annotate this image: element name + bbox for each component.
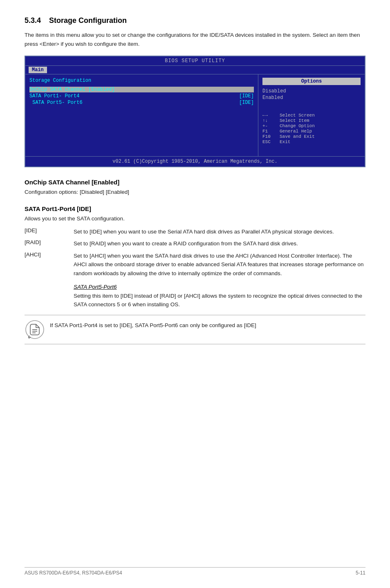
bios-legend: ←→ Select Screen ↑↓ Select Item +- Chang…	[262, 113, 361, 144]
legend-key-f10: F10	[262, 134, 277, 139]
legend-key-plusminus: +-	[262, 123, 277, 128]
def-raid-key: [RAID]	[25, 239, 74, 245]
legend-key-updown: ↑↓	[262, 118, 277, 123]
sata-port56-note: SATA Port5-Port6 Setting this item to [I…	[74, 284, 365, 309]
def-ahci-val: Set to [AHCI] when you want the SATA har…	[74, 251, 365, 278]
subsection-onchip-desc: Configuration options: [Disabled] [Enabl…	[25, 188, 365, 196]
warning-note-box: If SATA Port1-Port4 is set to [IDE], SAT…	[25, 315, 365, 344]
bios-item-onchip-value: [Enabled]	[88, 87, 115, 92]
section-heading: 5.3.4 Storage Configuration	[25, 16, 365, 25]
bios-options-title: Options	[262, 78, 361, 85]
legend-key-f1: F1	[262, 129, 277, 134]
subsection-port14-heading: SATA Port1-Port4 [IDE]	[25, 205, 365, 212]
definitions-table: [IDE] Set to [IDE] when you want to use …	[25, 227, 365, 278]
def-ide-val: Set to [IDE] when you want to use the Se…	[74, 227, 365, 236]
page-footer: ASUS RS700DA-E6/PS4, RS704DA-E6/PS4 5-11	[25, 567, 365, 576]
legend-key-arrows: ←→	[262, 113, 277, 118]
subsection-port14-desc: Allows you to set the SATA configuration…	[25, 215, 365, 223]
bios-footer: v02.61 (C)Copyright 1985-2010, American …	[25, 156, 365, 166]
bios-content: Storage Configuration OnChip SATA Channe…	[25, 74, 365, 156]
footer-right: 5-11	[356, 570, 365, 576]
bios-screenshot: BIOS SETUP UTILITY Main Storage Configur…	[25, 56, 365, 167]
legend-desc-exit: Exit	[280, 139, 290, 144]
footer-left: ASUS RS700DA-E6/PS4, RS704DA-E6/PS4	[25, 570, 122, 576]
bios-left-panel: Storage Configuration OnChip SATA Channe…	[25, 74, 258, 156]
bios-item-port14-label: SATA Port1- Port4	[29, 93, 79, 99]
warning-icon	[25, 319, 45, 340]
sata-note-text: Setting this item to [IDE] instead of [R…	[74, 292, 365, 309]
bios-item-port14-value: [IDE]	[239, 93, 254, 99]
subsection-onchip-heading: OnChip SATA Channel [Enabled]	[25, 179, 365, 186]
legend-desc-screen: Select Screen	[280, 113, 315, 118]
legend-row-f10: F10 Save and Exit	[262, 134, 361, 139]
legend-desc-option: Change Option	[280, 123, 315, 128]
legend-desc-help: General Help	[280, 129, 312, 134]
bios-item-onchip-label: OnChip SATA Channel	[29, 87, 85, 92]
legend-key-esc: ESC	[262, 139, 277, 144]
legend-desc-save: Save and Exit	[280, 134, 315, 139]
bios-item-port14: SATA Port1- Port4 [IDE]	[29, 93, 254, 99]
legend-row-arrows: ←→ Select Screen	[262, 113, 361, 118]
def-ide: [IDE] Set to [IDE] when you want to use …	[25, 227, 365, 236]
bios-right-panel: Options Disabled Enabled ←→ Select Scree…	[258, 74, 365, 156]
legend-row-esc: ESC Exit	[262, 139, 361, 144]
bios-item-onchip: OnChip SATA Channel [Enabled]	[29, 87, 254, 92]
legend-row-plusminus: +- Change Option	[262, 123, 361, 128]
bios-option-disabled: Disabled	[262, 88, 361, 94]
legend-row-updown: ↑↓ Select Item	[262, 118, 361, 123]
bios-item-port56-value: [IDE]	[239, 100, 254, 105]
sata-note-label: SATA Port5-Port6	[74, 284, 365, 290]
def-raid: [RAID] Set to [RAID] when you want to cr…	[25, 239, 365, 248]
def-ahci: [AHCI] Set to [AHCI] when you want the S…	[25, 251, 365, 278]
bios-title-bar: BIOS SETUP UTILITY	[25, 56, 365, 66]
def-ahci-key: [AHCI]	[25, 251, 74, 258]
intro-text: The items in this menu allow you to set …	[25, 31, 365, 48]
bios-tab-row: Main	[25, 66, 365, 74]
legend-desc-item: Select Item	[280, 118, 309, 123]
def-raid-val: Set to [RAID] when you want to create a …	[74, 239, 365, 248]
warning-note-text: If SATA Port1-Port4 is set to [IDE], SAT…	[50, 319, 256, 330]
bios-item-port56-label: SATA Port5- Port6	[29, 100, 83, 105]
bios-section-title: Storage Configuration	[29, 78, 254, 83]
bios-item-port56: SATA Port5- Port6 [IDE]	[29, 100, 254, 105]
legend-row-f1: F1 General Help	[262, 129, 361, 134]
bios-options-list: Disabled Enabled	[262, 88, 361, 101]
bios-tab-main: Main	[29, 67, 47, 73]
def-ide-key: [IDE]	[25, 227, 74, 233]
bios-option-enabled: Enabled	[262, 95, 361, 101]
